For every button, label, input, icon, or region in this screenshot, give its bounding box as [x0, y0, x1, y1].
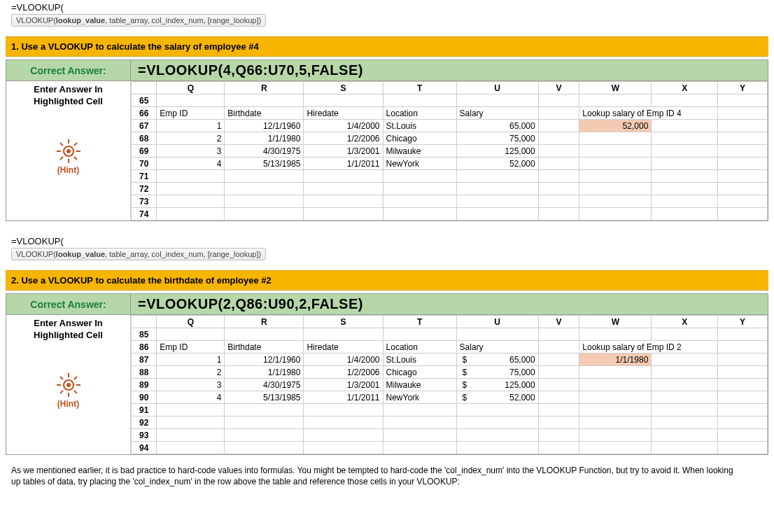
answer-label-1: Correct Answer: — [6, 60, 131, 80]
grid-1: Enter Answer In Highlighted Cell — [6, 80, 768, 221]
lightbulb-icon — [55, 137, 83, 165]
col-V[interactable]: V — [538, 316, 579, 328]
table-row[interactable]: 65 — [132, 94, 768, 107]
table-row[interactable]: 70 4 5/13/1985 1/1/2011 NewYork 52,000 — [132, 158, 768, 170]
svg-line-8 — [60, 157, 63, 160]
hint-label-1: (Hint) — [55, 165, 83, 175]
col-X[interactable]: X — [652, 82, 718, 94]
table-row[interactable]: 68 2 1/1/1980 1/2/2006 Chicago 75,000 — [132, 132, 768, 145]
col-T[interactable]: T — [383, 316, 456, 328]
col-Y[interactable]: Y — [718, 82, 768, 94]
explanatory-text: As we mentioned earlier, it is bad pract… — [6, 455, 740, 497]
col-S[interactable]: S — [304, 82, 383, 94]
table-row[interactable]: 92 — [132, 416, 768, 429]
table-row[interactable]: 86 Emp ID Birthdate Hiredate Location Sa… — [132, 341, 768, 354]
result-cell-1[interactable]: 52,000 — [579, 120, 652, 132]
answer-row-2: Correct Answer: =VLOOKUP(2,Q86:U90,2,FAL… — [6, 293, 768, 314]
answer-formula-2: =VLOOKUP(2,Q86:U90,2,FALSE) — [131, 294, 768, 314]
answer-formula-1: =VLOOKUP(4,Q66:U70,5,FALSE) — [131, 60, 768, 80]
table-row[interactable]: 94 — [132, 442, 768, 454]
col-Q[interactable]: Q — [157, 316, 225, 328]
hint-button-2[interactable]: (Hint) — [55, 371, 83, 409]
spreadsheet-2[interactable]: Q R S T U V W X Y 85 86 Emp ID Birthdate… — [131, 315, 768, 454]
col-R[interactable]: R — [225, 316, 304, 328]
svg-line-16 — [74, 391, 77, 393]
col-R[interactable]: R — [225, 82, 304, 94]
formula-bar-2[interactable]: =VLOOKUP( — [6, 234, 768, 246]
col-T[interactable]: T — [383, 82, 456, 94]
question-2-bar: 2. Use a VLOOKUP to calculate the birthd… — [6, 270, 768, 290]
table-row[interactable]: 93 — [132, 429, 768, 442]
table-row[interactable]: 73 — [132, 195, 768, 208]
table-row[interactable]: 71 — [132, 170, 768, 183]
column-header-row: Q R S T U V W X Y — [132, 316, 768, 328]
enter-answer-label-2: Enter Answer In Highlighted Cell — [31, 315, 106, 343]
enter-answer-label-1: Enter Answer In Highlighted Cell — [31, 81, 106, 109]
table-row[interactable]: 69 3 4/30/1975 1/3/2001 Milwauke 125,000 — [132, 145, 768, 158]
hint-label-2: (Hint) — [55, 399, 83, 409]
column-header-row: Q R S T U V W X Y — [132, 82, 768, 94]
svg-point-9 — [66, 149, 71, 153]
formula-tooltip-1: VLOOKUP(lookup_value, table_array, col_i… — [11, 14, 266, 27]
col-Y[interactable]: Y — [718, 316, 768, 328]
col-S[interactable]: S — [304, 316, 383, 328]
answer-label-2: Correct Answer: — [6, 294, 131, 314]
question-1-bar: 1. Use a VLOOKUP to calculate the salary… — [6, 36, 768, 57]
table-row[interactable]: 90 4 5/13/1985 1/1/2011 NewYork $52,000 — [132, 391, 768, 404]
col-X[interactable]: X — [652, 316, 718, 328]
result-cell-2[interactable]: 1/1/1980 — [579, 354, 652, 366]
grid-2: Enter Answer In Highlighted Cell — [6, 314, 768, 455]
table-row[interactable]: 85 — [132, 328, 768, 341]
col-Q[interactable]: Q — [157, 82, 225, 94]
svg-line-17 — [74, 377, 77, 379]
col-U[interactable]: U — [456, 316, 538, 328]
svg-point-19 — [66, 383, 71, 387]
table-row[interactable]: 87 1 12/1/1960 1/4/2000 St.Louis $65,000… — [132, 354, 768, 366]
lightbulb-icon — [55, 371, 83, 399]
table-row[interactable]: 88 2 1/1/1980 1/2/2006 Chicago $75,000 — [132, 366, 768, 379]
table-row[interactable]: 66 Emp ID Birthdate Hiredate Location Sa… — [132, 107, 768, 120]
svg-line-5 — [60, 143, 63, 146]
svg-line-18 — [60, 391, 63, 393]
col-U[interactable]: U — [456, 82, 538, 94]
svg-line-15 — [60, 377, 63, 379]
table-row[interactable]: 89 3 4/30/1975 1/3/2001 Milwauke $125,00… — [132, 379, 768, 391]
svg-line-6 — [74, 157, 77, 160]
table-row[interactable]: 72 — [132, 183, 768, 195]
spreadsheet-1[interactable]: Q R S T U V W X Y 65 66 Emp ID Birthdate… — [131, 81, 768, 220]
answer-row-1: Correct Answer: =VLOOKUP(4,Q66:U70,5,FAL… — [6, 59, 768, 80]
col-W[interactable]: W — [579, 82, 652, 94]
table-row[interactable]: 91 — [132, 404, 768, 416]
hint-button-1[interactable]: (Hint) — [55, 137, 83, 175]
col-V[interactable]: V — [538, 82, 579, 94]
col-W[interactable]: W — [579, 316, 652, 328]
table-row[interactable]: 67 1 12/1/1960 1/4/2000 St.Louis 65,000 … — [132, 120, 768, 132]
formula-tooltip-2: VLOOKUP(lookup_value, table_array, col_i… — [11, 248, 266, 260]
formula-bar-1[interactable]: =VLOOKUP( — [6, 0, 768, 13]
svg-line-7 — [74, 143, 77, 146]
table-row[interactable]: 74 — [132, 208, 768, 220]
